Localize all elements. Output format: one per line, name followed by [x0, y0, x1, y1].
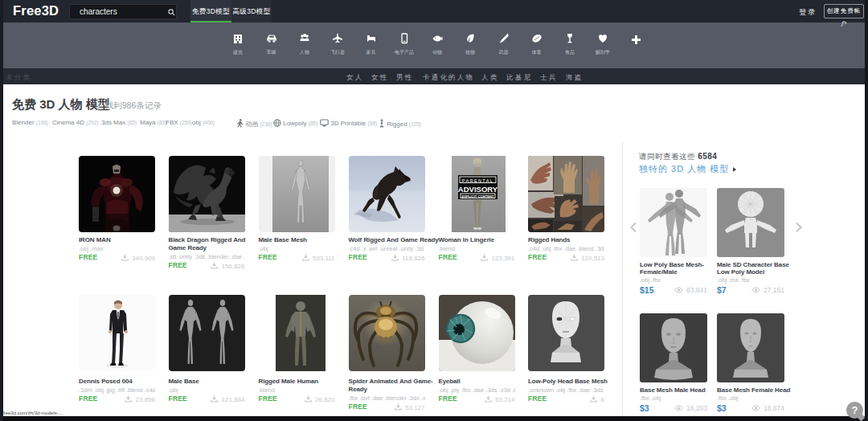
svg-text:ADVISORY: ADVISORY [457, 185, 497, 194]
svg-text:EXPLICIT CONTENT: EXPLICIT CONTENT [461, 194, 494, 198]
svg-text:PARENTAL: PARENTAL [461, 178, 493, 183]
